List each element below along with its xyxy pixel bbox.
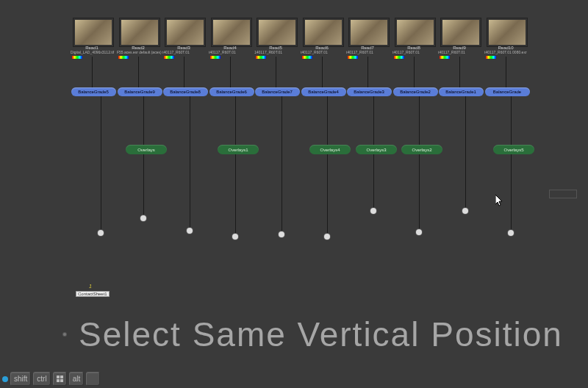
balance-grade-node[interactable]: BalanceGrade1: [439, 87, 484, 96]
overlays-label: Overlays2: [412, 148, 431, 152]
balance-grade-node[interactable]: BalanceGrade9: [118, 87, 162, 96]
color-swatch: [72, 56, 82, 59]
color-swatch: [440, 56, 450, 59]
contact-sheet-index: 1: [89, 284, 92, 289]
read-node-filename: Digital_LAD_4096x3112.tif: [71, 51, 116, 54]
overlays-label: Overlays1: [228, 148, 248, 152]
edge: [230, 57, 231, 87]
read-node-thumbnail[interactable]: [257, 18, 297, 46]
read-node-filename: t40117_R60T.01: [392, 51, 438, 54]
modifier-key-button[interactable]: ctrl: [33, 372, 50, 386]
overlays-node[interactable]: Overlays: [126, 145, 167, 154]
balance-grade-node[interactable]: BalanceGrade: [485, 87, 530, 96]
edge: [506, 57, 506, 87]
balance-grade-label: BalanceGrade9: [124, 90, 155, 94]
status-indicator: [2, 376, 8, 382]
edge: [511, 96, 512, 230]
edge: [419, 96, 420, 229]
edge: [368, 57, 368, 87]
dot-node[interactable]: [140, 215, 146, 221]
read-node-thumbnail[interactable]: [304, 18, 343, 46]
edge: [276, 57, 276, 87]
overlays-node[interactable]: Overlays5: [493, 145, 534, 154]
dot-node[interactable]: [508, 230, 514, 236]
caption-text: Select Same Vertical Position: [79, 315, 563, 354]
balance-grade-node[interactable]: BalanceGrade6: [209, 87, 254, 96]
balance-grade-node[interactable]: BalanceGrade2: [393, 87, 438, 96]
balance-grade-label: BalanceGrade7: [262, 90, 293, 94]
balance-grade-node[interactable]: BalanceGrade3: [347, 87, 392, 96]
read-node-thumbnail[interactable]: [349, 18, 389, 46]
edge: [92, 57, 93, 87]
dot-node[interactable]: [187, 228, 193, 234]
edge: [322, 57, 323, 87]
read-node-filename: t40117_R60T.01 0080.exr: [484, 51, 530, 54]
balance-grade-label: BalanceGrade5: [78, 90, 109, 94]
overlays-node[interactable]: Overlays4: [309, 145, 351, 154]
edge: [282, 96, 282, 231]
edge: [143, 96, 144, 215]
svg-rect-3: [60, 379, 63, 382]
balance-grade-node[interactable]: BalanceGrade8: [163, 87, 208, 96]
read-node-thumbnail[interactable]: [165, 18, 205, 46]
balance-grade-node[interactable]: BalanceGrade5: [71, 87, 116, 96]
contact-sheet-node[interactable]: ContactSheet1: [76, 291, 110, 297]
minimap[interactable]: [549, 190, 577, 198]
balance-grade-label: BalanceGrade8: [170, 90, 201, 94]
read-node-label: Read6: [304, 46, 340, 50]
color-swatch: [348, 56, 358, 59]
balance-grade-node[interactable]: BalanceGrade4: [301, 87, 346, 96]
modifier-key-button[interactable]: [53, 372, 67, 386]
mouse-cursor: [495, 195, 504, 208]
read-node-thumbnail[interactable]: [395, 18, 435, 46]
modifier-key-button[interactable]: [86, 372, 100, 386]
edge: [101, 96, 101, 230]
edge: [190, 96, 190, 228]
read-node-filename: F55.aces.exr default (aces): [117, 51, 162, 54]
dot-node[interactable]: [370, 208, 376, 214]
overlays-node[interactable]: Overlays2: [401, 145, 442, 154]
overlays-node[interactable]: Overlays1: [218, 145, 259, 154]
dot-node[interactable]: [324, 234, 330, 240]
overlays-node[interactable]: Overlays3: [356, 145, 397, 154]
overlays-label: Overlays4: [320, 148, 340, 152]
color-swatch: [256, 56, 266, 59]
read-node-label: Read8: [395, 46, 432, 50]
dot-node[interactable]: [232, 234, 238, 240]
read-node-filename: t40117_R60T.01: [162, 51, 208, 54]
color-swatch: [486, 56, 496, 59]
color-swatch: [210, 56, 220, 59]
read-node-thumbnail[interactable]: [120, 18, 159, 46]
dot-marker: [63, 333, 66, 336]
svg-rect-1: [60, 376, 63, 378]
overlays-label: Overlays3: [366, 148, 386, 152]
balance-grade-label: BalanceGrade: [493, 90, 521, 94]
read-node-label: Read1: [74, 46, 110, 50]
read-node-label: Read7: [349, 46, 386, 50]
color-swatch: [302, 56, 312, 59]
balance-grade-node[interactable]: BalanceGrade7: [255, 87, 300, 96]
modifier-key-button[interactable]: shift: [10, 372, 31, 386]
read-node-thumbnail[interactable]: [74, 18, 113, 46]
dot-node[interactable]: [279, 231, 284, 237]
edge: [414, 57, 415, 87]
modifier-key-toolbar: shiftctrlalt: [2, 372, 100, 386]
balance-grade-label: BalanceGrade3: [354, 90, 384, 94]
svg-rect-0: [57, 376, 60, 378]
read-node-thumbnail[interactable]: [212, 18, 251, 46]
dot-node[interactable]: [462, 208, 468, 214]
color-swatch: [394, 56, 404, 59]
svg-rect-2: [57, 379, 60, 382]
color-swatch: [164, 56, 174, 59]
read-node-label: Read9: [441, 46, 478, 50]
balance-grade-label: BalanceGrade4: [308, 90, 339, 94]
read-node-filename: t40117_R60T.01: [301, 51, 346, 54]
read-node-thumbnail[interactable]: [441, 18, 481, 46]
dot-node[interactable]: [416, 229, 422, 235]
edge: [184, 57, 184, 87]
modifier-key-button[interactable]: alt: [69, 372, 85, 386]
read-node-thumbnail[interactable]: [487, 18, 527, 46]
edge: [235, 96, 236, 234]
dot-node[interactable]: [98, 230, 104, 236]
read-node-filename: t40117_R60T.01: [209, 51, 254, 54]
